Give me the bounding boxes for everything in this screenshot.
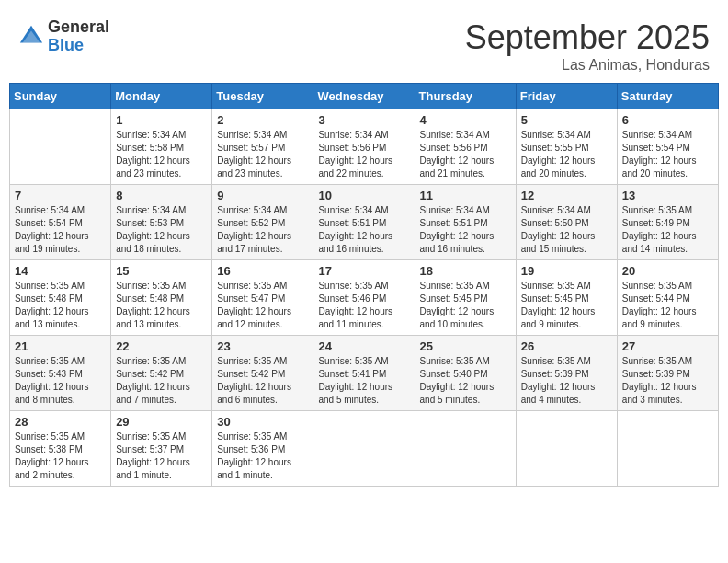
sunrise-text: Sunrise: 5:34 AM (420, 130, 490, 140)
day-info: Sunrise: 5:35 AM Sunset: 5:40 PM Dayligh… (420, 355, 511, 407)
weekday-header: Tuesday (212, 84, 313, 109)
sunrise-text: Sunrise: 5:35 AM (217, 356, 287, 366)
calendar-cell: 10 Sunrise: 5:34 AM Sunset: 5:51 PM Dayl… (313, 185, 415, 260)
sunset-text: Sunset: 5:42 PM (217, 369, 285, 379)
weekday-header: Saturday (617, 84, 718, 109)
day-number: 14 (15, 264, 106, 278)
day-number: 27 (622, 339, 713, 353)
calendar-cell (617, 411, 718, 487)
daylight-text: Daylight: 12 hours and 23 minutes. (217, 155, 291, 178)
day-number: 15 (116, 264, 207, 278)
calendar-cell: 16 Sunrise: 5:35 AM Sunset: 5:47 PM Dayl… (212, 260, 313, 336)
day-info: Sunrise: 5:35 AM Sunset: 5:39 PM Dayligh… (622, 355, 713, 407)
sunrise-text: Sunrise: 5:35 AM (217, 281, 287, 291)
sunrise-text: Sunrise: 5:34 AM (318, 205, 388, 215)
day-number: 28 (15, 415, 106, 429)
daylight-text: Daylight: 12 hours and 21 minutes. (420, 155, 495, 178)
daylight-text: Daylight: 12 hours and 11 minutes. (318, 306, 392, 329)
weekday-header: Monday (111, 84, 212, 109)
day-info: Sunrise: 5:35 AM Sunset: 5:46 PM Dayligh… (318, 280, 409, 331)
sunrise-text: Sunrise: 5:35 AM (521, 281, 591, 291)
day-info: Sunrise: 5:35 AM Sunset: 5:41 PM Dayligh… (318, 355, 409, 407)
day-info: Sunrise: 5:34 AM Sunset: 5:53 PM Dayligh… (116, 204, 207, 256)
sunset-text: Sunset: 5:39 PM (521, 369, 589, 379)
day-number: 3 (318, 113, 409, 127)
daylight-text: Daylight: 12 hours and 18 minutes. (116, 231, 190, 254)
calendar-cell: 13 Sunrise: 5:35 AM Sunset: 5:49 PM Dayl… (617, 185, 718, 260)
daylight-text: Daylight: 12 hours and 8 minutes. (15, 382, 89, 405)
calendar-week-row: 28 Sunrise: 5:35 AM Sunset: 5:38 PM Dayl… (10, 411, 719, 487)
day-number: 12 (521, 189, 612, 202)
day-number: 8 (116, 189, 207, 202)
sunrise-text: Sunrise: 5:34 AM (622, 130, 692, 140)
calendar-cell: 3 Sunrise: 5:34 AM Sunset: 5:56 PM Dayli… (313, 109, 415, 185)
daylight-text: Daylight: 12 hours and 22 minutes. (318, 155, 392, 178)
day-number: 29 (116, 415, 207, 429)
sunset-text: Sunset: 5:52 PM (217, 218, 285, 228)
sunset-text: Sunset: 5:50 PM (521, 218, 589, 228)
sunset-text: Sunset: 5:54 PM (15, 218, 83, 228)
day-info: Sunrise: 5:35 AM Sunset: 5:43 PM Dayligh… (15, 355, 106, 407)
day-info: Sunrise: 5:35 AM Sunset: 5:47 PM Dayligh… (217, 280, 308, 331)
day-number: 26 (521, 339, 612, 353)
calendar-cell (516, 411, 617, 487)
day-number: 16 (217, 264, 308, 278)
sunrise-text: Sunrise: 5:35 AM (622, 205, 692, 215)
day-number: 10 (318, 189, 409, 202)
calendar-cell: 6 Sunrise: 5:34 AM Sunset: 5:54 PM Dayli… (617, 109, 718, 185)
day-number: 5 (521, 113, 612, 127)
sunrise-text: Sunrise: 5:34 AM (521, 205, 591, 215)
sunrise-text: Sunrise: 5:34 AM (116, 130, 186, 140)
daylight-text: Daylight: 12 hours and 5 minutes. (318, 382, 392, 405)
day-info: Sunrise: 5:35 AM Sunset: 5:42 PM Dayligh… (116, 355, 207, 407)
sunset-text: Sunset: 5:39 PM (622, 369, 690, 379)
day-info: Sunrise: 5:35 AM Sunset: 5:49 PM Dayligh… (622, 204, 713, 256)
day-number: 2 (217, 113, 308, 127)
title-block: September 2025 Las Animas, Honduras (465, 18, 710, 74)
calendar-week-row: 21 Sunrise: 5:35 AM Sunset: 5:43 PM Dayl… (10, 336, 719, 411)
sunset-text: Sunset: 5:46 PM (318, 293, 386, 304)
daylight-text: Daylight: 12 hours and 5 minutes. (420, 382, 495, 405)
calendar-cell: 7 Sunrise: 5:34 AM Sunset: 5:54 PM Dayli… (10, 185, 111, 260)
day-number: 17 (318, 264, 409, 278)
calendar-cell: 25 Sunrise: 5:35 AM Sunset: 5:40 PM Dayl… (415, 336, 516, 411)
sunrise-text: Sunrise: 5:35 AM (217, 431, 287, 442)
sunrise-text: Sunrise: 5:35 AM (420, 281, 490, 291)
sunrise-text: Sunrise: 5:35 AM (15, 281, 85, 291)
sunrise-text: Sunrise: 5:34 AM (521, 130, 591, 140)
calendar-cell: 2 Sunrise: 5:34 AM Sunset: 5:57 PM Dayli… (212, 109, 313, 185)
calendar-cell (10, 109, 111, 185)
daylight-text: Daylight: 12 hours and 6 minutes. (217, 382, 291, 405)
sunset-text: Sunset: 5:47 PM (217, 293, 285, 304)
calendar-cell (313, 411, 415, 487)
sunrise-text: Sunrise: 5:35 AM (622, 281, 692, 291)
sunset-text: Sunset: 5:42 PM (116, 369, 184, 379)
daylight-text: Daylight: 12 hours and 12 minutes. (217, 306, 291, 329)
daylight-text: Daylight: 12 hours and 16 minutes. (420, 231, 495, 254)
calendar-cell: 21 Sunrise: 5:35 AM Sunset: 5:43 PM Dayl… (10, 336, 111, 411)
day-info: Sunrise: 5:34 AM Sunset: 5:54 PM Dayligh… (15, 204, 106, 256)
daylight-text: Daylight: 12 hours and 15 minutes. (521, 231, 596, 254)
sunrise-text: Sunrise: 5:35 AM (622, 356, 692, 366)
day-info: Sunrise: 5:35 AM Sunset: 5:37 PM Dayligh… (116, 431, 207, 482)
logo-icon (18, 24, 44, 50)
daylight-text: Daylight: 12 hours and 7 minutes. (116, 382, 190, 405)
day-number: 25 (420, 339, 511, 353)
day-number: 18 (420, 264, 511, 278)
page-header: General Blue September 2025 Las Animas, … (9, 9, 719, 78)
day-info: Sunrise: 5:34 AM Sunset: 5:51 PM Dayligh… (420, 204, 511, 256)
calendar-cell: 8 Sunrise: 5:34 AM Sunset: 5:53 PM Dayli… (111, 185, 212, 260)
logo-blue-text: Blue (48, 37, 109, 55)
day-info: Sunrise: 5:34 AM Sunset: 5:50 PM Dayligh… (521, 204, 612, 256)
day-info: Sunrise: 5:35 AM Sunset: 5:45 PM Dayligh… (521, 280, 612, 331)
calendar-cell: 1 Sunrise: 5:34 AM Sunset: 5:58 PM Dayli… (111, 109, 212, 185)
daylight-text: Daylight: 12 hours and 17 minutes. (217, 231, 291, 254)
daylight-text: Daylight: 12 hours and 4 minutes. (521, 382, 596, 405)
sunrise-text: Sunrise: 5:34 AM (217, 205, 287, 215)
day-number: 1 (116, 113, 207, 127)
day-info: Sunrise: 5:34 AM Sunset: 5:58 PM Dayligh… (116, 129, 207, 180)
day-number: 23 (217, 339, 308, 353)
sunset-text: Sunset: 5:51 PM (420, 218, 488, 228)
sunset-text: Sunset: 5:43 PM (15, 369, 83, 379)
daylight-text: Daylight: 12 hours and 19 minutes. (15, 231, 89, 254)
